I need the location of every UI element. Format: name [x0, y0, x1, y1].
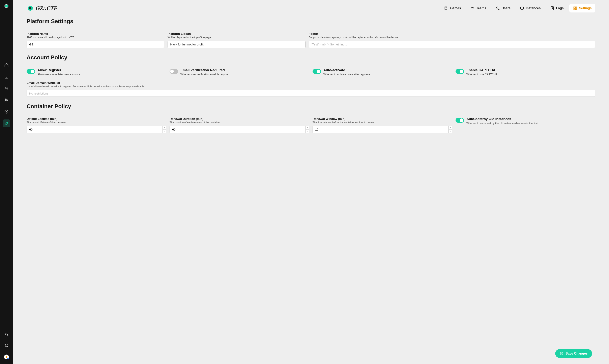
- field-renewal-duration: Renewal Duration (min) The duration of e…: [170, 117, 309, 133]
- sidebar-bottom: [3, 331, 10, 361]
- platform-name-input[interactable]: [27, 41, 164, 48]
- renewal-window-down[interactable]: ⌄: [449, 130, 452, 133]
- default-lifetime-input[interactable]: [27, 126, 163, 133]
- svg-rect-20: [574, 7, 575, 8]
- sidebar-home[interactable]: [3, 61, 10, 69]
- allow-register-toggle[interactable]: [27, 69, 35, 74]
- brand-icon: [4, 3, 9, 9]
- save-button[interactable]: Save Changes: [555, 349, 592, 358]
- section-account-title: Account Policy: [27, 54, 595, 61]
- auto-activate-toggle[interactable]: [313, 69, 321, 74]
- nav-settings[interactable]: Settings: [569, 4, 595, 13]
- toggle-email-verify: Email Verification RequiredWhether user …: [170, 68, 309, 76]
- svg-point-4: [5, 99, 7, 100]
- svg-point-13: [471, 7, 472, 8]
- field-platform-name: Platform Name Platform name will be disp…: [27, 32, 164, 48]
- toggle-auto-destroy: Auto-destroy Old InstancesWhether to aut…: [456, 117, 595, 133]
- sidebar-posts[interactable]: [3, 73, 10, 80]
- captcha-toggle[interactable]: [456, 69, 464, 74]
- renewal-window-up[interactable]: ⌃: [449, 126, 452, 130]
- header-logo[interactable]: GZ::CTF: [27, 5, 57, 12]
- main: GZ::CTF Games Teams Users Instances Logs…: [13, 0, 609, 364]
- toggle-auto-activate: Auto-activateWhether to activate users a…: [313, 68, 452, 76]
- nav-instances[interactable]: Instances: [516, 4, 544, 13]
- svg-rect-28: [561, 354, 562, 355]
- lifetime-down[interactable]: ⌄: [163, 130, 166, 133]
- field-default-lifetime: Default Lifetime (min) The default lifet…: [27, 117, 166, 133]
- field-platform-slogan: Platform Slogan Will be displayed at the…: [167, 32, 305, 48]
- field-platform-footer: Footer Supports Markdown syntax, <mbr/> …: [309, 32, 595, 48]
- divider: [27, 113, 595, 113]
- top-nav: Games Teams Users Instances Logs Setting…: [441, 4, 595, 13]
- svg-point-16: [498, 9, 499, 10]
- email-whitelist-input[interactable]: [27, 90, 595, 97]
- header: GZ::CTF Games Teams Users Instances Logs…: [13, 0, 609, 13]
- theme-icon[interactable]: [3, 342, 10, 350]
- svg-point-9: [6, 356, 7, 357]
- renewal-duration-input[interactable]: [170, 126, 305, 133]
- email-verify-toggle[interactable]: [170, 69, 178, 74]
- divider: [27, 28, 595, 28]
- brand-text: GZ::CTF: [36, 5, 57, 12]
- field-email-whitelist: Email Domain Whitelist List of allowed e…: [27, 81, 595, 97]
- sidebar-nav: [3, 61, 10, 127]
- section-container-title: Container Policy: [27, 103, 595, 110]
- nav-logs[interactable]: Logs: [546, 4, 567, 13]
- field-renewal-window: Renewal Window (min) The time window bef…: [313, 117, 452, 133]
- renewal-duration-up[interactable]: ⌃: [306, 126, 309, 130]
- auto-destroy-toggle[interactable]: [456, 118, 464, 123]
- sidebar-teams[interactable]: [3, 96, 10, 104]
- svg-point-8: [6, 111, 7, 111]
- toggle-captcha: Enable CAPTCHAWhether to use CAPTCHA: [456, 68, 595, 76]
- section-platform-title: Platform Settings: [27, 18, 595, 25]
- renewal-window-input[interactable]: [313, 126, 448, 133]
- svg-rect-22: [574, 9, 575, 10]
- lifetime-up[interactable]: ⌃: [163, 126, 166, 130]
- sidebar-admin[interactable]: [3, 119, 10, 127]
- svg-rect-23: [576, 9, 577, 10]
- svg-point-5: [7, 99, 8, 100]
- sidebar-games[interactable]: [3, 84, 10, 92]
- user-avatar[interactable]: [3, 353, 10, 361]
- nav-teams[interactable]: Teams: [467, 4, 490, 13]
- toggle-allow-register: Allow RegisterAllow users to register ne…: [27, 68, 166, 76]
- divider: [27, 64, 595, 64]
- svg-point-14: [473, 7, 474, 8]
- platform-slogan-input[interactable]: [167, 41, 305, 48]
- sidebar: [0, 0, 13, 364]
- svg-point-15: [497, 7, 498, 8]
- nav-games[interactable]: Games: [441, 4, 464, 13]
- nav-users[interactable]: Users: [492, 4, 514, 13]
- renewal-duration-down[interactable]: ⌄: [306, 130, 309, 133]
- sidebar-about[interactable]: [3, 108, 10, 116]
- platform-footer-input[interactable]: [309, 41, 595, 48]
- content: Platform Settings Platform Name Platform…: [13, 13, 609, 154]
- svg-rect-21: [576, 7, 577, 8]
- language-icon[interactable]: [3, 331, 10, 338]
